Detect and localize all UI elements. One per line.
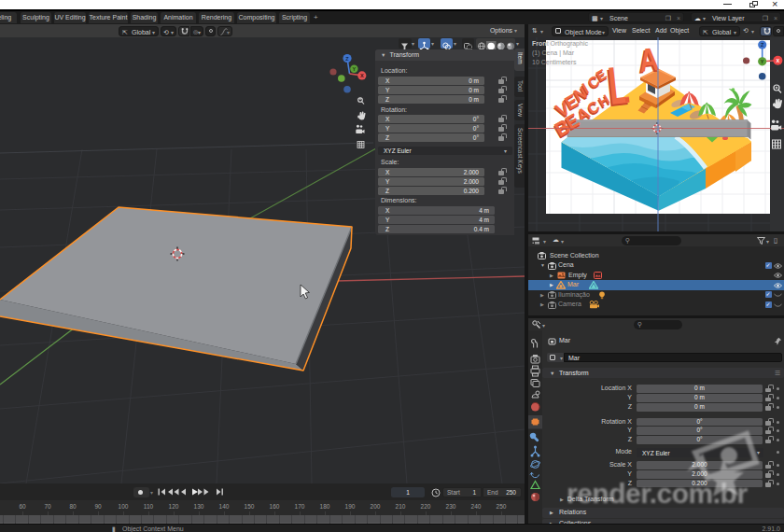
- svg-text:(1) Cena | Mar: (1) Cena | Mar: [532, 49, 575, 57]
- svg-text:10 Centimeters: 10 Centimeters: [532, 59, 577, 65]
- svg-text:X: X: [360, 73, 364, 78]
- svg-text:Orthographic: Orthographic: [551, 40, 589, 48]
- svg-text:A: A: [637, 40, 661, 78]
- svg-text:Y: Y: [761, 59, 764, 64]
- svg-text:Front: Front: [532, 40, 550, 47]
- svg-text:Y: Y: [353, 66, 357, 72]
- svg-text:X: X: [777, 58, 780, 63]
